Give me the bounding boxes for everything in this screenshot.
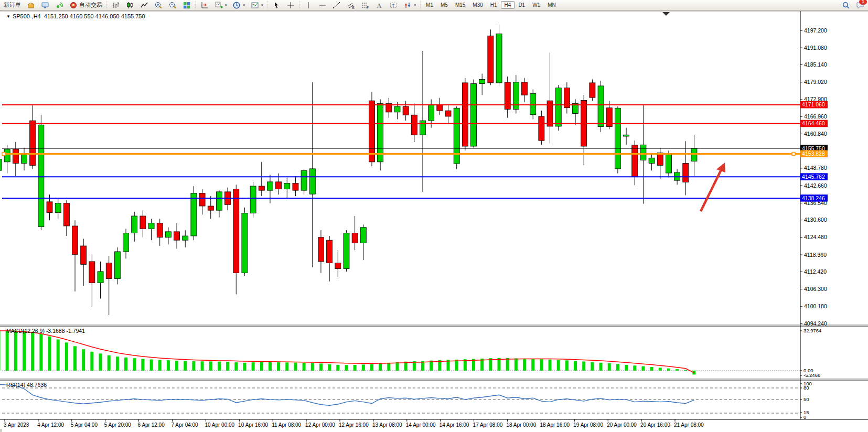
- fibonacci-icon[interactable]: F: [358, 0, 372, 10]
- tile-windows-icon[interactable]: [179, 0, 194, 10]
- macd-histogram-bar: [39, 334, 42, 371]
- line-chart-icon[interactable]: [137, 0, 151, 10]
- candle-body: [352, 233, 358, 243]
- svg-text:E: E: [352, 5, 355, 9]
- macd-histogram-bar: [362, 364, 365, 371]
- macd-histogram-bar: [650, 367, 653, 371]
- tile-windows-icon-glyph: [182, 1, 191, 9]
- timeframe-button-w1[interactable]: W1: [529, 1, 544, 9]
- template-icon-glyph: [250, 1, 259, 9]
- period-clock-icon-dropdown-icon[interactable]: ▾: [243, 3, 245, 7]
- macd-histogram-bar: [294, 363, 297, 371]
- macd-histogram-bar: [582, 361, 585, 371]
- svg-text:T: T: [392, 3, 395, 8]
- macd-histogram-bar: [599, 363, 603, 371]
- new-order-button[interactable]: 新订单: [1, 0, 24, 10]
- macd-histogram-bar: [684, 370, 687, 371]
- timeframe-button-d1[interactable]: D1: [515, 1, 529, 9]
- timeframe-button-m1[interactable]: M1: [422, 1, 437, 9]
- search-icon[interactable]: [839, 0, 853, 10]
- terminal-icon[interactable]: [38, 0, 52, 10]
- zoom-out-icon[interactable]: [165, 0, 179, 10]
- arrow-objects-icon[interactable]: ▾: [401, 0, 419, 10]
- auto-scroll-shift-icon[interactable]: [197, 0, 211, 10]
- template-icon[interactable]: ▾: [248, 0, 266, 10]
- trendline-handle[interactable]: [2, 152, 5, 155]
- timeframe-button-mn[interactable]: MN: [544, 1, 560, 9]
- candle-body: [522, 82, 528, 95]
- macd-histogram-bar: [133, 358, 136, 371]
- cursor-icon[interactable]: [270, 0, 284, 10]
- zoom-in-icon[interactable]: [151, 0, 165, 10]
- macd-histogram-bar: [549, 360, 552, 371]
- chart-window[interactable]: 4197.2004191.0804185.1404179.0204172.900…: [0, 10, 868, 432]
- timeframe-button-m30[interactable]: M30: [469, 1, 486, 9]
- add-indicator-icon-dropdown-icon[interactable]: ▾: [225, 3, 227, 7]
- candle-body: [106, 263, 112, 279]
- timeframe-button-m15[interactable]: M15: [452, 1, 469, 9]
- candlestick-chart-icon[interactable]: [123, 0, 137, 10]
- template-icon-dropdown-icon[interactable]: ▾: [261, 3, 263, 7]
- timeframe-button-h1[interactable]: H1: [487, 1, 501, 9]
- symbol-dropdown-icon[interactable]: ▼: [6, 14, 10, 19]
- price-axis-tick-label: 4160.840: [804, 131, 827, 137]
- macd-histogram-bar: [82, 349, 85, 371]
- price-level-label: 4145.762: [802, 174, 825, 180]
- price-chart-canvas[interactable]: 4197.2004191.0804185.1404179.0204172.900…: [0, 10, 868, 432]
- macd-histogram-bar: [608, 363, 611, 371]
- macd-values: -3.1688 -1.7941: [46, 328, 85, 334]
- news-signal-icon[interactable]: [52, 0, 66, 10]
- equidistant-channel-icon[interactable]: E: [344, 0, 358, 10]
- macd-histogram-bar: [557, 360, 560, 371]
- text-label-icon[interactable]: T: [387, 0, 401, 10]
- candle-body: [479, 79, 485, 83]
- candle-body: [420, 121, 426, 135]
- macd-histogram-bar: [158, 360, 162, 371]
- macd-histogram-bar: [303, 363, 306, 371]
- candle-body: [233, 189, 239, 273]
- candle-body: [530, 94, 536, 115]
- vertical-line-icon[interactable]: [302, 0, 316, 10]
- candle-body: [89, 262, 95, 283]
- candle-body: [276, 182, 282, 189]
- candle-body: [267, 182, 273, 190]
- market-watch-icon[interactable]: [24, 0, 38, 10]
- trendline-handle[interactable]: [792, 152, 795, 155]
- candle-body: [38, 125, 44, 226]
- price-axis-tick-label: 4197.200: [804, 27, 827, 34]
- time-axis-label: 7 Apr 04:00: [172, 422, 199, 428]
- candle-body: [691, 148, 697, 161]
- candle-body: [445, 111, 451, 116]
- candle-body: [411, 115, 417, 135]
- time-axis-label: 11 Apr 08:00: [272, 422, 301, 428]
- news-signal-icon-glyph: [55, 1, 63, 9]
- macd-name: MACD(12,26,9): [6, 328, 45, 334]
- period-clock-icon[interactable]: ▾: [230, 0, 248, 10]
- timeframe-button-m5[interactable]: M5: [437, 1, 452, 9]
- candle-body: [208, 206, 213, 210]
- arrow-objects-icon-dropdown-icon[interactable]: ▾: [414, 3, 416, 7]
- candle-body: [344, 233, 349, 269]
- macd-histogram-bar: [328, 364, 331, 371]
- crosshair-icon[interactable]: [284, 0, 298, 10]
- bar-chart-icon-glyph: [111, 1, 120, 9]
- time-axis-label: 13 Apr 08:00: [372, 422, 402, 428]
- horizontal-line-icon[interactable]: [316, 0, 330, 10]
- candle-body: [590, 83, 595, 98]
- notification-badge: 1: [859, 0, 867, 5]
- macd-histogram-bar: [252, 362, 255, 371]
- candle-body: [216, 192, 222, 210]
- bar-chart-icon[interactable]: [109, 0, 123, 10]
- vertical-line-icon-glyph: [304, 1, 313, 9]
- timeframe-button-h4[interactable]: H4: [501, 1, 515, 9]
- trendline-icon[interactable]: [330, 0, 344, 10]
- macd-histogram-bar: [184, 361, 187, 371]
- macd-histogram-bar: [209, 361, 212, 371]
- add-indicator-icon[interactable]: ▾: [211, 0, 230, 10]
- text-icon[interactable]: A: [372, 0, 387, 10]
- autotrading-button[interactable]: 自动交易: [66, 0, 105, 10]
- candle-body: [615, 108, 620, 169]
- chat-notifications-icon[interactable]: 1: [853, 0, 867, 10]
- rsi-value: 48.7636: [27, 382, 47, 388]
- trendline-icon-glyph: [333, 1, 341, 9]
